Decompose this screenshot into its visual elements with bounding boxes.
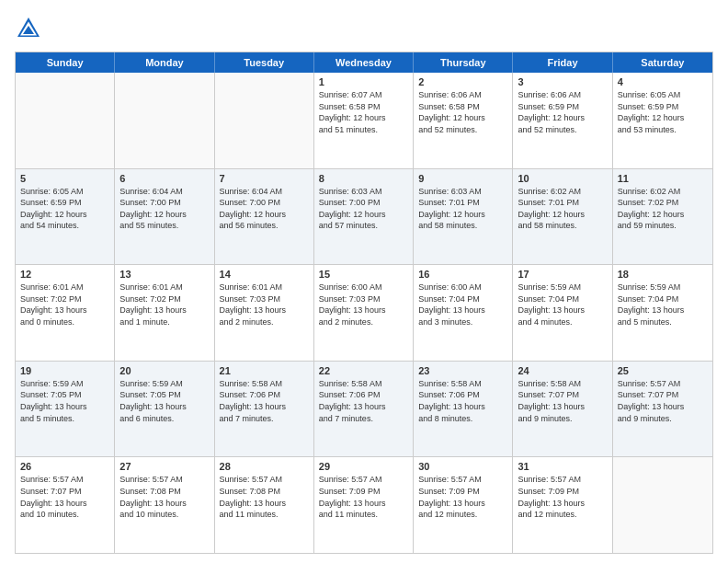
calendar-cell-3-5: 16Sunrise: 6:00 AM Sunset: 7:04 PM Dayli… <box>414 265 513 361</box>
cell-info-text: Sunrise: 6:05 AM Sunset: 6:59 PM Dayligh… <box>618 89 708 135</box>
day-number: 23 <box>418 365 507 376</box>
day-header-wednesday: Wednesday <box>314 52 414 73</box>
cell-info-text: Sunrise: 6:02 AM Sunset: 7:02 PM Dayligh… <box>618 186 708 232</box>
calendar-body: 1Sunrise: 6:07 AM Sunset: 6:58 PM Daylig… <box>16 73 712 553</box>
calendar-cell-5-3: 28Sunrise: 5:57 AM Sunset: 7:08 PM Dayli… <box>215 457 314 553</box>
calendar-cell-5-4: 29Sunrise: 5:57 AM Sunset: 7:09 PM Dayli… <box>314 457 414 553</box>
day-number: 28 <box>220 461 309 472</box>
day-number: 17 <box>518 269 607 280</box>
calendar-cell-1-7: 4Sunrise: 6:05 AM Sunset: 6:59 PM Daylig… <box>613 73 712 168</box>
calendar-cell-2-4: 8Sunrise: 6:03 AM Sunset: 7:00 PM Daylig… <box>314 169 414 265</box>
calendar-cell-5-1: 26Sunrise: 5:57 AM Sunset: 7:07 PM Dayli… <box>16 457 115 553</box>
cell-info-text: Sunrise: 5:59 AM Sunset: 7:04 PM Dayligh… <box>518 282 607 327</box>
calendar-cell-4-1: 19Sunrise: 5:59 AM Sunset: 7:05 PM Dayli… <box>16 362 115 457</box>
day-number: 27 <box>119 461 209 472</box>
logo <box>15 15 48 42</box>
day-number: 3 <box>518 76 607 87</box>
day-number: 16 <box>418 269 507 280</box>
calendar-cell-1-6: 3Sunrise: 6:06 AM Sunset: 6:59 PM Daylig… <box>513 73 612 168</box>
day-number: 6 <box>119 173 209 184</box>
day-number: 11 <box>618 173 708 184</box>
calendar-cell-4-2: 20Sunrise: 5:59 AM Sunset: 7:05 PM Dayli… <box>115 362 214 457</box>
calendar-cell-4-7: 25Sunrise: 5:57 AM Sunset: 7:07 PM Dayli… <box>613 362 712 457</box>
cell-info-text: Sunrise: 6:00 AM Sunset: 7:03 PM Dayligh… <box>319 282 408 327</box>
calendar-row-5: 26Sunrise: 5:57 AM Sunset: 7:07 PM Dayli… <box>16 456 712 553</box>
calendar-cell-3-1: 12Sunrise: 6:01 AM Sunset: 7:02 PM Dayli… <box>16 265 115 361</box>
calendar-row-1: 1Sunrise: 6:07 AM Sunset: 6:58 PM Daylig… <box>16 73 712 168</box>
cell-info-text: Sunrise: 6:01 AM Sunset: 7:02 PM Dayligh… <box>119 282 209 327</box>
calendar-cell-2-2: 6Sunrise: 6:04 AM Sunset: 7:00 PM Daylig… <box>115 169 214 265</box>
day-number: 25 <box>618 365 708 376</box>
day-number: 5 <box>20 173 109 184</box>
day-header-friday: Friday <box>513 52 612 73</box>
cell-info-text: Sunrise: 6:01 AM Sunset: 7:03 PM Dayligh… <box>220 282 309 327</box>
day-number: 30 <box>418 461 507 472</box>
day-number: 1 <box>319 76 408 87</box>
calendar-cell-1-5: 2Sunrise: 6:06 AM Sunset: 6:58 PM Daylig… <box>414 73 513 168</box>
calendar-cell-1-4: 1Sunrise: 6:07 AM Sunset: 6:58 PM Daylig… <box>314 73 414 168</box>
day-header-saturday: Saturday <box>613 52 712 73</box>
cell-info-text: Sunrise: 6:03 AM Sunset: 7:00 PM Dayligh… <box>319 186 408 232</box>
cell-info-text: Sunrise: 5:57 AM Sunset: 7:09 PM Dayligh… <box>319 474 408 520</box>
calendar-cell-2-7: 11Sunrise: 6:02 AM Sunset: 7:02 PM Dayli… <box>613 169 712 265</box>
cell-info-text: Sunrise: 6:07 AM Sunset: 6:58 PM Dayligh… <box>319 89 408 135</box>
calendar-cell-5-2: 27Sunrise: 5:57 AM Sunset: 7:08 PM Dayli… <box>115 457 214 553</box>
cell-info-text: Sunrise: 6:06 AM Sunset: 6:59 PM Dayligh… <box>518 89 607 135</box>
calendar-row-3: 12Sunrise: 6:01 AM Sunset: 7:02 PM Dayli… <box>16 264 712 361</box>
cell-info-text: Sunrise: 5:57 AM Sunset: 7:08 PM Dayligh… <box>220 474 309 520</box>
calendar-cell-3-3: 14Sunrise: 6:01 AM Sunset: 7:03 PM Dayli… <box>215 265 314 361</box>
calendar: SundayMondayTuesdayWednesdayThursdayFrid… <box>15 52 713 554</box>
calendar-cell-2-5: 9Sunrise: 6:03 AM Sunset: 7:01 PM Daylig… <box>414 169 513 265</box>
day-number: 26 <box>20 461 109 472</box>
calendar-cell-1-1 <box>16 73 115 168</box>
day-number: 19 <box>20 365 109 376</box>
calendar-cell-4-6: 24Sunrise: 5:58 AM Sunset: 7:07 PM Dayli… <box>513 362 612 457</box>
day-number: 7 <box>220 173 309 184</box>
calendar-cell-1-3 <box>215 73 314 168</box>
calendar-cell-3-7: 18Sunrise: 5:59 AM Sunset: 7:04 PM Dayli… <box>613 265 712 361</box>
cell-info-text: Sunrise: 5:58 AM Sunset: 7:07 PM Dayligh… <box>518 378 607 424</box>
cell-info-text: Sunrise: 5:59 AM Sunset: 7:05 PM Dayligh… <box>20 378 109 424</box>
cell-info-text: Sunrise: 5:57 AM Sunset: 7:07 PM Dayligh… <box>20 474 109 520</box>
cell-info-text: Sunrise: 5:57 AM Sunset: 7:09 PM Dayligh… <box>418 474 507 520</box>
day-number: 20 <box>119 365 209 376</box>
cell-info-text: Sunrise: 6:05 AM Sunset: 6:59 PM Dayligh… <box>20 186 109 232</box>
day-number: 4 <box>618 76 708 87</box>
cell-info-text: Sunrise: 5:58 AM Sunset: 7:06 PM Dayligh… <box>319 378 408 424</box>
day-header-sunday: Sunday <box>16 52 115 73</box>
header <box>15 15 713 42</box>
calendar-cell-5-5: 30Sunrise: 5:57 AM Sunset: 7:09 PM Dayli… <box>414 457 513 553</box>
cell-info-text: Sunrise: 6:03 AM Sunset: 7:01 PM Dayligh… <box>418 186 507 232</box>
day-header-tuesday: Tuesday <box>215 52 314 73</box>
cell-info-text: Sunrise: 5:58 AM Sunset: 7:06 PM Dayligh… <box>220 378 309 424</box>
calendar-cell-4-5: 23Sunrise: 5:58 AM Sunset: 7:06 PM Dayli… <box>414 362 513 457</box>
logo-icon <box>15 15 42 42</box>
cell-info-text: Sunrise: 5:59 AM Sunset: 7:04 PM Dayligh… <box>618 282 708 327</box>
day-number: 2 <box>418 76 507 87</box>
cell-info-text: Sunrise: 6:00 AM Sunset: 7:04 PM Dayligh… <box>418 282 507 327</box>
day-number: 13 <box>119 269 209 280</box>
day-number: 9 <box>418 173 507 184</box>
cell-info-text: Sunrise: 5:59 AM Sunset: 7:05 PM Dayligh… <box>119 378 209 424</box>
cell-info-text: Sunrise: 5:58 AM Sunset: 7:06 PM Dayligh… <box>418 378 507 424</box>
calendar-cell-1-2 <box>115 73 214 168</box>
calendar-cell-3-6: 17Sunrise: 5:59 AM Sunset: 7:04 PM Dayli… <box>513 265 612 361</box>
day-header-monday: Monday <box>115 52 214 73</box>
day-number: 24 <box>518 365 607 376</box>
day-number: 22 <box>319 365 408 376</box>
calendar-cell-5-6: 31Sunrise: 5:57 AM Sunset: 7:09 PM Dayli… <box>513 457 612 553</box>
page: SundayMondayTuesdayWednesdayThursdayFrid… <box>0 0 728 563</box>
cell-info-text: Sunrise: 6:04 AM Sunset: 7:00 PM Dayligh… <box>119 186 209 232</box>
day-number: 15 <box>319 269 408 280</box>
cell-info-text: Sunrise: 6:04 AM Sunset: 7:00 PM Dayligh… <box>220 186 309 232</box>
calendar-cell-5-7 <box>613 457 712 553</box>
day-header-thursday: Thursday <box>414 52 513 73</box>
cell-info-text: Sunrise: 6:02 AM Sunset: 7:01 PM Dayligh… <box>518 186 607 232</box>
calendar-cell-3-2: 13Sunrise: 6:01 AM Sunset: 7:02 PM Dayli… <box>115 265 214 361</box>
calendar-row-2: 5Sunrise: 6:05 AM Sunset: 6:59 PM Daylig… <box>16 168 712 265</box>
day-number: 31 <box>518 461 607 472</box>
day-number: 29 <box>319 461 408 472</box>
calendar-cell-4-4: 22Sunrise: 5:58 AM Sunset: 7:06 PM Dayli… <box>314 362 414 457</box>
cell-info-text: Sunrise: 5:57 AM Sunset: 7:08 PM Dayligh… <box>119 474 209 520</box>
day-number: 14 <box>220 269 309 280</box>
